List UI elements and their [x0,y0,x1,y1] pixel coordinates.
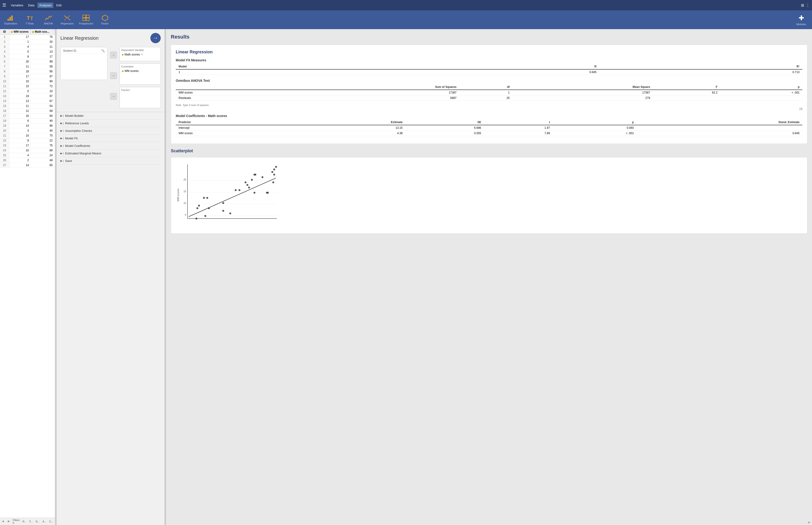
var-source-box: Student ID 🔍 [60,47,107,80]
tab-analyses[interactable]: Analyses [37,3,53,8]
option-label: Model Coefficients [65,144,90,148]
svg-point-47 [261,176,263,178]
cell-math: 22 [31,138,54,143]
svg-text:WM scores: WM scores [177,189,180,201]
tab-data[interactable]: Data [26,3,36,8]
math-col-icon: ◆ [32,30,34,33]
toolbar-ttests[interactable]: T T-Tests [22,15,37,25]
anova-cell [653,95,720,101]
status-d: D... [36,520,40,523]
hamburger-icon[interactable]: ☰ [2,3,6,8]
option-row-assumption-checks[interactable]: ▶ | Assumption Checks [60,127,161,135]
option-arrow: ▶ | [60,137,64,140]
arrow-dep-button[interactable]: → [110,52,117,58]
cell-wm: 18 [10,69,31,74]
toolbar-frequencies[interactable]: Frequencies [79,15,93,25]
arrow-fac-button[interactable]: → [110,93,117,100]
an-col-p: p [720,84,802,90]
dependent-item: ◆ Math scores ✕ [122,53,143,56]
model-fit-table: Model R R² 10.8450.713 [176,64,802,75]
modules-button[interactable]: ✚ Modules [794,14,808,26]
coeff-row: Intercept13.156.6861.970.060 [176,125,802,131]
svg-point-43 [273,168,275,170]
svg-rect-17 [86,18,89,21]
top-bar-right: ⊞ ⋮ [801,3,810,7]
filter-icon[interactable]: ▼ [2,520,4,523]
svg-rect-15 [86,15,89,18]
grid-icon[interactable]: ⊞ [801,3,804,7]
results-panel: Results Linear Regression Model Fit Meas… [166,29,812,525]
cell-wm: 17 [10,34,31,39]
table-row: 26 2 48 [0,158,55,163]
svg-point-48 [222,202,224,204]
svg-text:20: 20 [184,178,186,181]
lr-subtitle: Linear Regression [176,49,802,55]
cell-math: 95 [31,69,54,74]
cell-id: 23 [0,143,10,148]
option-row-model-fit[interactable]: ▶ | Model Fit [60,135,161,142]
table-row: 9 17 97 [0,74,55,79]
cell-id: 25 [0,153,10,158]
svg-point-37 [239,189,240,191]
run-button[interactable]: → [150,33,161,43]
cell-wm: 4 [10,44,31,49]
co-col-p: p [553,120,637,125]
cell-wm: 8 [10,138,31,143]
svg-point-55 [208,207,210,209]
svg-point-46 [248,186,250,189]
scatterplot-area: WM scores 5 10 15 20 [171,157,807,234]
svg-point-50 [222,210,224,212]
table-row: 22 8 22 [0,138,55,143]
toolbar-anova[interactable]: ANOVA [41,15,56,25]
cell-math: 76 [31,34,54,39]
cell-math: 65 [31,163,54,168]
option-row-model-builder[interactable]: ▶ | Model Builder [60,112,161,120]
toolbar-right: ✚ Modules [794,14,808,26]
option-row-model-coefficients[interactable]: ▶ | Model Coefficients [60,142,161,150]
cell-id: 22 [0,138,10,143]
toolbar-factor[interactable]: Factor [98,15,112,25]
anova-note: Note. Type 3 sum of squares [176,104,802,106]
cell-math: 99 [31,59,54,64]
option-row-estimated-marginal-means[interactable]: ▶ | Estimated Marginal Means [60,150,161,157]
toolbar-regression[interactable]: Regression [60,15,74,25]
linear-regression-results: Linear Regression Model Fit Measures Mod… [171,45,807,144]
anova-footnote: [3] [176,107,802,110]
arrow-cov-button[interactable]: → [110,72,117,79]
coeff-cell: 7.89 [484,131,553,136]
co-col-est: Estimate [298,120,405,125]
cell-id: 9 [0,74,10,79]
table-row: 10 10 90 [0,79,55,84]
tab-edit[interactable]: Edit [54,3,63,8]
anova-cell: 1 [459,90,512,95]
svg-point-56 [229,212,231,214]
cell-wm: 0 [10,89,31,93]
eye-icon[interactable]: 👁 [7,520,10,523]
an-col-ss: Sum of Squares [295,84,459,90]
svg-point-35 [203,197,205,199]
search-icon[interactable]: 🔍 [101,49,105,52]
status-c: C... [49,520,53,523]
tab-variables[interactable]: Variables [9,3,25,8]
cell-id: 8 [0,69,10,74]
table-row: 24 10 89 [0,148,55,153]
svg-point-10 [64,19,65,20]
option-row-reference-levels[interactable]: ▶ | Reference Levels [60,120,161,127]
option-arrow: ▶ | [60,152,64,155]
svg-point-38 [271,171,273,173]
coeff-cell: 0.845 [637,131,802,136]
cell-wm: 17 [10,143,31,148]
cell-wm: 17 [10,74,31,79]
svg-point-53 [254,174,256,176]
option-arrow: ▶ | [60,129,64,132]
option-row-save[interactable]: ▶ | Save [60,157,161,165]
option-label: Save [65,159,72,163]
mf-col-r: R [396,64,599,69]
toolbar-exploration[interactable]: Exploration [4,15,18,25]
table-row: 25 4 24 [0,153,55,158]
mf-col-model: Model [176,64,396,69]
frequencies-icon [82,15,90,21]
coeff-cell: 1.97 [484,125,553,131]
more-icon[interactable]: ⋮ [806,3,810,7]
remove-dep-icon[interactable]: ✕ [141,53,143,56]
